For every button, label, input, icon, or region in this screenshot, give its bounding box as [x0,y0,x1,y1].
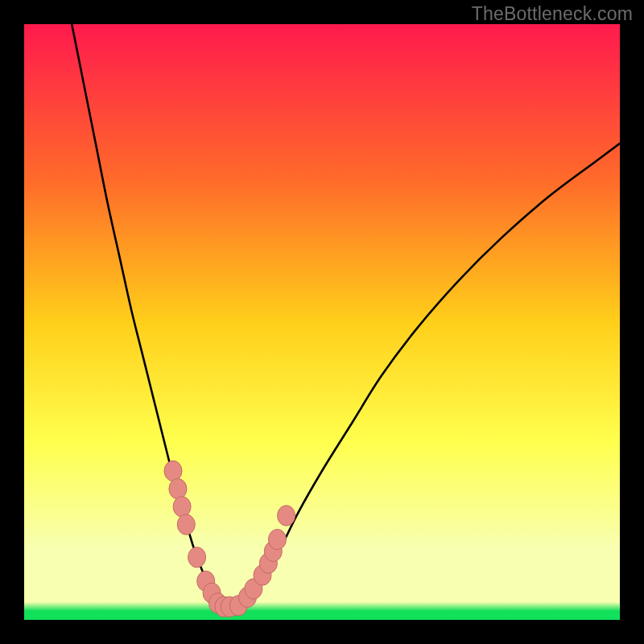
curve-marker [173,497,191,517]
curve-marker [169,479,187,499]
chart-frame: TheBottleneck.com [0,0,644,644]
curve-marker [278,506,295,526]
bottleneck-curve [72,24,620,607]
curve-marker [177,514,195,535]
plot-area [24,24,620,620]
curve-marker [164,460,182,481]
watermark-text: TheBottleneck.com [472,3,633,25]
marker-group [164,460,295,617]
curve-marker [269,529,287,549]
curve-layer [24,24,620,620]
curve-marker [188,547,206,568]
